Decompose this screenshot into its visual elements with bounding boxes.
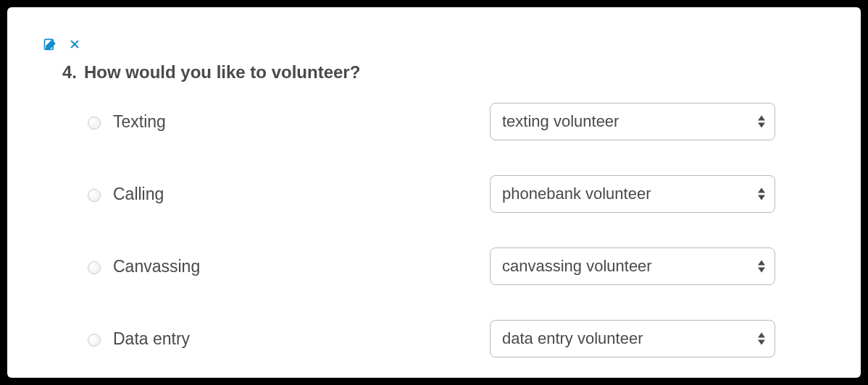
option-left: Data entry: [84, 329, 490, 349]
select-wrap: texting volunteer: [490, 103, 775, 140]
delete-button[interactable]: [67, 36, 83, 52]
question-header: 4. How would you like to volunteer?: [62, 62, 826, 82]
tag-select-texting[interactable]: texting volunteer: [490, 103, 775, 140]
option-left: Texting: [84, 112, 490, 132]
tag-select-canvassing[interactable]: canvassing volunteer: [490, 248, 775, 285]
option-radio-calling[interactable]: [88, 189, 101, 202]
close-icon: [67, 37, 82, 51]
select-wrap: phonebank volunteer: [490, 175, 775, 213]
option-label: Data entry: [113, 329, 190, 349]
option-label: Calling: [113, 185, 164, 204]
question-actions: [42, 36, 826, 52]
question-text: How would you like to volunteer?: [84, 62, 360, 82]
option-radio-texting[interactable]: [88, 117, 101, 130]
tag-select-calling[interactable]: phonebank volunteer: [490, 175, 775, 213]
option-row: Canvassing canvassing volunteer: [84, 248, 826, 285]
options-list: Texting texting volunteer Calling phoneb…: [84, 103, 826, 358]
tag-select-data-entry[interactable]: data entry volunteer: [490, 320, 775, 358]
select-wrap: canvassing volunteer: [490, 248, 775, 285]
edit-button[interactable]: [42, 36, 58, 52]
question-card: 4. How would you like to volunteer? Text…: [7, 7, 861, 378]
option-label: Texting: [113, 112, 166, 132]
option-left: Calling: [84, 185, 490, 204]
option-left: Canvassing: [84, 257, 490, 276]
option-radio-canvassing[interactable]: [88, 261, 101, 274]
option-radio-data-entry[interactable]: [88, 334, 101, 347]
option-row: Calling phonebank volunteer: [84, 175, 826, 213]
edit-icon: [43, 37, 57, 51]
select-wrap: data entry volunteer: [490, 320, 775, 358]
option-row: Data entry data entry volunteer: [84, 320, 826, 358]
option-label: Canvassing: [113, 257, 200, 276]
question-number: 4.: [62, 62, 77, 82]
option-row: Texting texting volunteer: [84, 103, 826, 140]
